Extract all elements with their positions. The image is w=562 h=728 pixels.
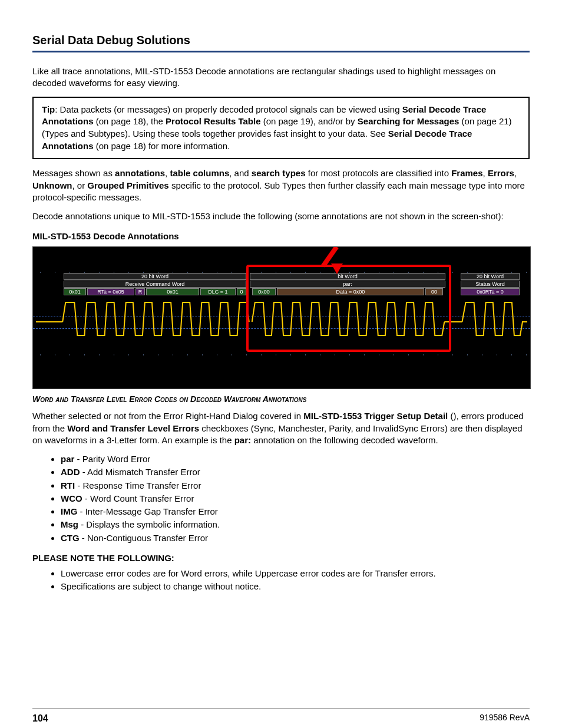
value-cell: 0x01 bbox=[146, 288, 199, 295]
revision-label: 919586 RevA bbox=[480, 712, 530, 725]
annotations-subheading: MIL-STD-1553 Decode Annotations bbox=[32, 230, 530, 242]
tip-text: (on page 18), the bbox=[94, 116, 166, 126]
value-cell: DLC = 1 bbox=[200, 288, 236, 295]
word-label: 20 bit Word bbox=[64, 273, 246, 280]
list-item: Msg - Displays the symbolic information. bbox=[61, 519, 530, 531]
tip-bold-3: Searching for Messages bbox=[358, 116, 459, 126]
tip-box: Tip: Data packets (or messages) on prope… bbox=[32, 97, 530, 160]
classification-paragraph: Messages shown as annotations, table col… bbox=[32, 167, 530, 203]
error-codes-paragraph: Whether selected or not from the Error R… bbox=[32, 410, 530, 446]
list-item: Lowercase error codes are for Word error… bbox=[61, 568, 530, 579]
list-item: IMG - Inter-Message Gap Transfer Error bbox=[61, 506, 530, 518]
value-cell: RTa = 0x05 bbox=[87, 288, 134, 295]
list-item: ADD - Add Mismatch Transfer Error bbox=[61, 466, 530, 478]
waveform-figure: 20 bit Word bit Word 20 bit Word Receive… bbox=[32, 246, 531, 389]
list-item: par - Parity Word Error bbox=[61, 453, 530, 465]
page-footer: 104 919586 RevA bbox=[32, 708, 530, 725]
tip-bold-2: Protocol Results Table bbox=[166, 116, 260, 126]
word-sublabel: Receive Command Word bbox=[64, 281, 246, 288]
intro-paragraph: Like all trace annotations, MIL-STD-1553… bbox=[32, 65, 530, 90]
tip-text: : Data packets (or messages) on properly… bbox=[55, 104, 402, 114]
figure-caption: Word and Transfer Level Error Codes on D… bbox=[32, 394, 530, 405]
page-title: Serial Data Debug Solutions bbox=[32, 32, 530, 52]
list-item: Specifications are subject to change wit… bbox=[61, 581, 530, 592]
value-cell: 0 bbox=[237, 288, 246, 295]
list-item: WCO - Word Count Transfer Error bbox=[61, 493, 530, 505]
notes-list: Lowercase error codes are for Word error… bbox=[32, 568, 530, 593]
value-cell: R bbox=[135, 288, 145, 295]
decode-intro-paragraph: Decode annotations unique to MIL-STD-155… bbox=[32, 210, 530, 222]
list-item: RTI - Response Time Transfer Error bbox=[61, 480, 530, 492]
value-cell: 0x0RTa = 0 bbox=[461, 288, 520, 295]
arrow-head-icon bbox=[331, 263, 343, 274]
word-label: 20 bit Word bbox=[461, 273, 520, 280]
tip-text: (on page 18) for more information. bbox=[94, 141, 230, 151]
value-cell: 0x01 bbox=[64, 288, 86, 295]
note-heading: PLEASE NOTE THE FOLLOWING: bbox=[32, 552, 530, 564]
tip-text: (on page 19), and/or by bbox=[261, 116, 358, 126]
error-code-list: par - Parity Word Error ADD - Add Mismat… bbox=[32, 453, 530, 544]
word-sublabel: Status Word bbox=[461, 281, 520, 288]
tip-label: Tip bbox=[42, 104, 55, 114]
page-number: 104 bbox=[32, 712, 48, 725]
highlight-box bbox=[246, 265, 451, 352]
list-item: CTG - Non-Contiguous Transfer Error bbox=[61, 532, 530, 544]
